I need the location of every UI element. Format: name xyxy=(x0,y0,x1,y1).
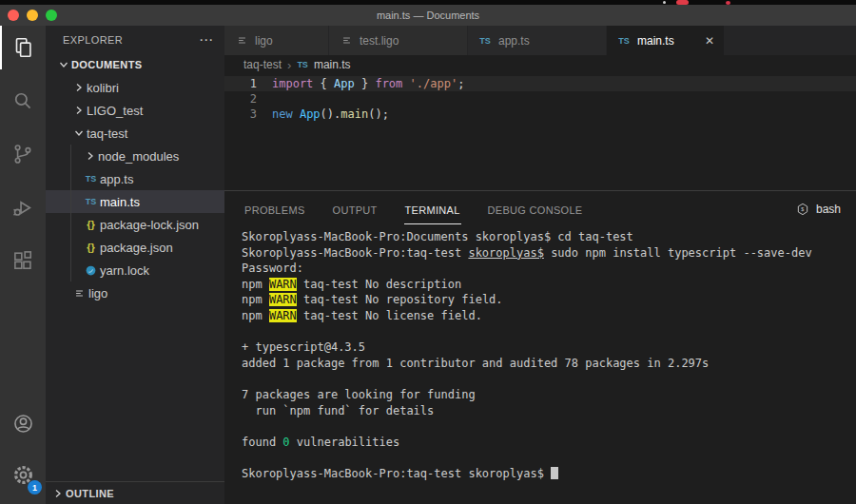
extensions-icon[interactable] xyxy=(0,239,46,282)
breadcrumb-file[interactable]: main.ts xyxy=(314,58,351,71)
tree-item-DOCUMENTS[interactable]: DOCUMENTS xyxy=(46,53,224,76)
code-editor[interactable]: 1import { App } from './app';23new App()… xyxy=(224,74,856,190)
tree-item-package.json[interactable]: {}package.json xyxy=(46,236,224,259)
bottom-panel: PROBLEMSOUTPUTTERMINALDEBUG CONSOLE $ ba… xyxy=(224,190,856,504)
ts-icon: TS xyxy=(297,60,308,69)
chevron-down-icon xyxy=(55,57,71,72)
terminal-line xyxy=(242,418,856,435)
activity-bar: 1 xyxy=(0,26,46,504)
zoom-window-button[interactable] xyxy=(46,10,57,21)
sidebar-title: EXPLORER xyxy=(63,34,123,46)
more-actions-icon[interactable]: ⋯ xyxy=(199,35,213,45)
list-file-icon xyxy=(70,286,88,300)
tree-item-kolibri[interactable]: kolibri xyxy=(46,76,224,99)
terminal-line xyxy=(242,324,856,340)
window-titlebar: main.ts — Documents xyxy=(0,5,856,26)
list-file-icon xyxy=(234,33,249,48)
search-icon[interactable] xyxy=(0,79,46,123)
terminal-line xyxy=(242,371,856,387)
ts-icon: TS xyxy=(477,36,493,46)
code-line-2: 2 xyxy=(224,91,856,107)
line-number: 2 xyxy=(224,91,272,107)
tree-indent-guide xyxy=(70,145,71,281)
ts-icon: TS xyxy=(616,36,632,46)
tree-item-app.ts[interactable]: TSapp.ts xyxy=(46,167,224,190)
tree-item-label: taq-test xyxy=(87,126,127,141)
panel-tab-problems[interactable]: PROBLEMS xyxy=(243,194,306,224)
file-tree: DOCUMENTSkolibriLIGO_testtaq-testnode_mo… xyxy=(46,53,224,481)
tree-item-taq-test[interactable]: taq-test xyxy=(46,122,224,145)
close-tab-icon[interactable]: ✕ xyxy=(705,34,714,48)
json-icon: {} xyxy=(82,242,100,253)
terminal-cursor xyxy=(551,467,558,479)
panel-header: PROBLEMSOUTPUTTERMINALDEBUG CONSOLE $ ba… xyxy=(224,191,856,226)
source-control-icon[interactable] xyxy=(0,132,46,176)
terminal-line: run `npm fund` for details xyxy=(242,403,856,419)
code-line-3: 3new App().main(); xyxy=(224,107,856,122)
editor-area: ligotest.ligoTSapp.tsTSmain.ts✕ taq-test… xyxy=(224,26,856,504)
tree-item-label: ligo xyxy=(88,286,107,300)
explorer-sidebar: EXPLORER ⋯ DOCUMENTSkolibriLIGO_testtaq-… xyxy=(46,26,224,504)
terminal-line: 7 packages are looking for funding xyxy=(242,387,856,403)
shell-label: bash xyxy=(816,203,841,216)
minimize-window-button[interactable] xyxy=(27,10,38,21)
code-line-1: 1import { App } from './app'; xyxy=(224,76,856,91)
terminal-line: npm WARN taq-test No license field. xyxy=(242,308,856,324)
shell-selector[interactable]: $ bash xyxy=(795,202,841,217)
terminal-line: Skoroplyass-MacBook-Pro:Documents skorop… xyxy=(242,229,856,245)
tree-item-ligo[interactable]: ligo xyxy=(46,281,224,304)
breadcrumb-folder[interactable]: taq-test xyxy=(243,58,282,71)
tree-item-package-lock.json[interactable]: {}package-lock.json xyxy=(46,213,224,236)
tree-item-label: package-lock.json xyxy=(100,218,199,232)
tab-label: ligo xyxy=(255,34,273,48)
panel-tab-output[interactable]: OUTPUT xyxy=(332,194,379,224)
outline-section[interactable]: OUTLINE xyxy=(46,481,224,504)
tree-item-label: DOCUMENTS xyxy=(71,59,143,70)
close-window-button[interactable] xyxy=(8,10,19,21)
terminal-line: found 0 vulnerabilities xyxy=(242,435,856,451)
outline-label: OUTLINE xyxy=(66,488,114,499)
account-icon[interactable] xyxy=(0,401,46,445)
terminal-line: Skoroplyass-MacBook-Pro:taq-test skoropl… xyxy=(242,466,856,482)
tab-label: main.ts xyxy=(637,34,674,48)
terminal-output[interactable]: Skoroplyass-MacBook-Pro:Documents skorop… xyxy=(224,226,856,504)
yarn-icon xyxy=(82,264,100,277)
menubar-dot xyxy=(663,1,666,4)
terminal-line: npm WARN taq-test No description xyxy=(242,277,856,293)
tab-label: app.ts xyxy=(498,34,530,48)
explorer-icon[interactable] xyxy=(0,26,46,69)
json-icon: {} xyxy=(82,219,100,230)
editor-tab-test.ligo[interactable]: test.ligo xyxy=(329,26,468,55)
tree-item-label: app.ts xyxy=(100,172,133,186)
tree-item-label: main.ts xyxy=(100,195,140,209)
tree-item-label: yarn.lock xyxy=(100,263,149,278)
tree-item-LIGO_test[interactable]: LIGO_test xyxy=(46,99,224,122)
tree-item-main.ts[interactable]: TSmain.ts xyxy=(46,190,224,213)
tab-label: test.ligo xyxy=(360,34,399,48)
line-number: 3 xyxy=(224,107,272,122)
tree-item-yarn.lock[interactable]: yarn.lock xyxy=(46,259,224,281)
workbench: 1 EXPLORER ⋯ DOCUMENTSkolibriLIGO_testta… xyxy=(0,26,856,504)
chevron-right-icon xyxy=(49,486,66,501)
editor-tab-ligo[interactable]: ligo xyxy=(224,26,329,55)
panel-tab-debug-console[interactable]: DEBUG CONSOLE xyxy=(487,194,584,224)
breadcrumb[interactable]: taq-test › TS main.ts xyxy=(224,55,856,74)
list-file-icon xyxy=(339,33,354,48)
ts-icon: TS xyxy=(82,174,100,184)
ts-icon: TS xyxy=(82,197,100,206)
traffic-lights xyxy=(8,10,57,21)
chevron-right-icon xyxy=(82,148,98,164)
chevron-right-icon xyxy=(70,103,87,118)
panel-tab-terminal[interactable]: TERMINAL xyxy=(404,194,461,224)
tree-item-label: node_modules xyxy=(98,149,179,164)
tree-item-label: LIGO_test xyxy=(87,104,143,118)
terminal-line: Skoroplyass-MacBook-Pro:taq-test skoropl… xyxy=(242,245,856,262)
tree-item-label: kolibri xyxy=(87,81,119,95)
run-and-debug-icon[interactable] xyxy=(0,185,46,229)
settings-gear-icon[interactable]: 1 xyxy=(0,453,46,496)
editor-tab-main.ts[interactable]: TSmain.ts✕ xyxy=(607,26,725,55)
line-number: 1 xyxy=(224,76,272,91)
settings-badge: 1 xyxy=(28,480,42,494)
tree-item-node_modules[interactable]: node_modules xyxy=(46,145,224,167)
editor-tab-app.ts[interactable]: TSapp.ts xyxy=(468,26,607,55)
